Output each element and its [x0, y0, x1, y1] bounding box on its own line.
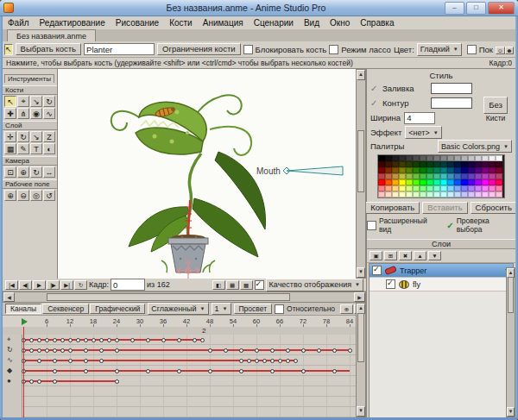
channel-bone-translate-icon[interactable]: ⌖	[7, 335, 11, 344]
bone-color-select[interactable]: Гладкий ▼	[417, 43, 462, 56]
palette-swatch[interactable]	[482, 185, 489, 191]
manipulate-bones-tool[interactable]: ∿	[43, 108, 55, 119]
translate-bone-tool[interactable]: ⌖	[17, 96, 29, 107]
palette-swatch[interactable]	[454, 191, 461, 197]
keyframe[interactable]	[53, 348, 57, 353]
palette-swatch[interactable]	[433, 155, 440, 161]
scroll-up-icon[interactable]: ▲	[357, 70, 365, 80]
keyframe[interactable]	[37, 359, 41, 363]
relative-checkbox-box[interactable]	[275, 304, 284, 314]
fill-enabled-check-icon[interactable]: ✓	[370, 84, 379, 93]
roll-camera-tool[interactable]: ↻	[30, 166, 42, 178]
palette-swatch[interactable]	[475, 179, 482, 185]
keyframe[interactable]	[84, 369, 88, 373]
shear-layer-tool[interactable]: ▦	[4, 143, 16, 154]
keyframe[interactable]	[262, 359, 267, 363]
zoom-in-workspace-tool[interactable]: ⊕	[4, 190, 16, 201]
palette-swatch[interactable]	[475, 167, 482, 173]
fill-swatch[interactable]	[431, 83, 472, 94]
keyframe[interactable]	[115, 338, 119, 342]
menu-item-7[interactable]: Окно	[325, 18, 355, 28]
palette-swatch[interactable]	[392, 185, 399, 191]
palette-swatch[interactable]	[433, 185, 440, 191]
select-bone-tool[interactable]: ↖	[4, 96, 16, 107]
layer-down-button[interactable]: ▼	[428, 251, 441, 260]
palette-swatch[interactable]	[454, 161, 461, 167]
timeline-vertical-scrollbar[interactable]: ▲ ▼	[356, 303, 366, 417]
keyframe[interactable]	[115, 369, 119, 373]
palette-swatch[interactable]	[399, 191, 406, 197]
palette-swatch[interactable]	[378, 191, 385, 197]
palette-swatch[interactable]	[385, 185, 392, 191]
person-outline-icon[interactable]: ☺	[496, 47, 505, 54]
keyframe[interactable]	[84, 338, 88, 342]
reset-style-button[interactable]: Сбросить	[471, 202, 517, 214]
keyframe[interactable]	[45, 338, 49, 342]
keyframe[interactable]	[68, 338, 73, 342]
menu-item-1[interactable]: Редактирование	[35, 18, 111, 28]
keyframe[interactable]	[317, 348, 321, 353]
palette-swatch[interactable]	[496, 161, 502, 167]
palette-swatch[interactable]	[440, 191, 447, 197]
palette-swatch[interactable]	[447, 167, 454, 173]
keyframe[interactable]	[270, 359, 275, 363]
palette-swatch[interactable]	[406, 179, 413, 185]
keyframe[interactable]	[255, 359, 259, 363]
palette-swatch[interactable]	[496, 179, 502, 185]
palette-swatch[interactable]	[482, 173, 489, 179]
keyframe[interactable]	[29, 338, 34, 342]
keyframe[interactable]	[37, 379, 41, 384]
palette-swatch[interactable]	[378, 173, 385, 179]
keyframe[interactable]	[53, 359, 57, 363]
select-bone-button[interactable]: Выбрать кость	[16, 43, 82, 55]
keyframe[interactable]	[239, 369, 243, 373]
keyframe[interactable]	[200, 338, 205, 342]
selection-check-toggle[interactable]: ✓ Проверка выбора	[446, 216, 515, 234]
palette-swatch[interactable]	[426, 167, 433, 173]
keyframe[interactable]	[146, 369, 150, 373]
palette-swatch[interactable]	[454, 167, 461, 173]
palette-swatch[interactable]	[482, 155, 489, 161]
palette-swatch[interactable]	[433, 161, 440, 167]
palette-swatch[interactable]	[461, 185, 468, 191]
keyframe[interactable]	[239, 348, 243, 353]
palette-swatch[interactable]	[454, 155, 461, 161]
close-button[interactable]: ✕	[488, 2, 515, 15]
palette-swatch[interactable]	[461, 155, 468, 161]
palette-swatch[interactable]	[420, 167, 426, 173]
keyframe[interactable]	[29, 379, 34, 384]
palette-swatch[interactable]	[468, 167, 475, 173]
palette-swatch[interactable]	[426, 161, 433, 167]
palette-swatch[interactable]	[399, 167, 406, 173]
keyframe[interactable]	[255, 348, 259, 353]
channel-bone-scale-icon[interactable]: ◆	[7, 367, 12, 374]
flip-layer-tool[interactable]: ◐	[43, 143, 55, 154]
layers-vertical-scrollbar[interactable]: ▲ ▼	[506, 267, 515, 417]
palette-swatch[interactable]	[420, 173, 426, 179]
palette-swatch[interactable]	[461, 161, 468, 167]
keyframe[interactable]	[161, 338, 166, 342]
bone-strength-tool[interactable]: ◉	[30, 108, 42, 119]
palette-swatch[interactable]	[440, 179, 447, 185]
step-forward-button[interactable]: |▶	[47, 280, 60, 290]
timeline-tab-0[interactable]: Каналы	[5, 304, 41, 314]
scroll-down-icon[interactable]: ▼	[357, 406, 365, 417]
palette-swatch[interactable]	[385, 161, 392, 167]
palette-swatch[interactable]	[475, 155, 482, 161]
keyframe[interactable]	[177, 338, 181, 342]
palette-swatch[interactable]	[413, 161, 420, 167]
palette-swatch[interactable]	[399, 185, 406, 191]
keyframe[interactable]	[29, 348, 34, 353]
palette-swatch[interactable]	[468, 191, 475, 197]
keyframe[interactable]	[99, 338, 104, 342]
text-tool[interactable]: T	[30, 143, 42, 154]
palette-swatch[interactable]	[413, 155, 420, 161]
keyframe[interactable]	[224, 348, 228, 353]
palette-swatch[interactable]	[420, 155, 426, 161]
palette-swatch[interactable]	[420, 179, 426, 185]
palette-swatch[interactable]	[496, 173, 502, 179]
lasso-mode-checkbox[interactable]: Режим лассо	[329, 45, 391, 54]
palette-swatch[interactable]	[399, 155, 406, 161]
copy-style-button[interactable]: Копировать	[365, 202, 420, 214]
palette-swatch[interactable]	[468, 185, 475, 191]
